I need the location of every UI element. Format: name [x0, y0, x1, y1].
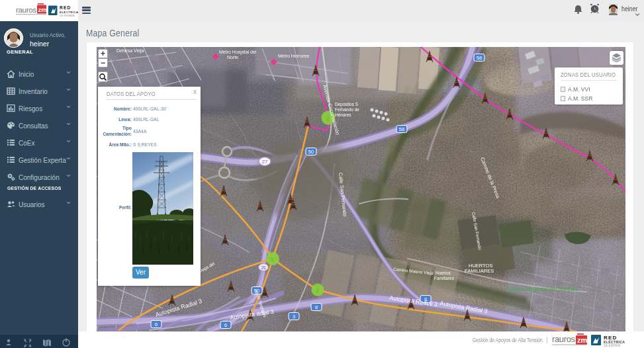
- svg-text:FAMILIARES: FAMILIARES: [465, 268, 494, 274]
- svg-text:5: 5: [271, 256, 274, 263]
- svg-text:58: 58: [399, 126, 404, 132]
- svg-text:DE ESPAÑA: DE ESPAÑA: [60, 14, 75, 17]
- svg-text:Familiares: Familiares: [434, 276, 455, 281]
- svg-text:Henares: Henares: [335, 112, 351, 117]
- svg-text:8: 8: [315, 304, 318, 310]
- svg-text:3: 3: [293, 314, 295, 320]
- svg-text:Dehesa Vieja: Dehesa Vieja: [116, 48, 144, 54]
- svg-text:Metro Hospital del: Metro Hospital del: [219, 50, 257, 55]
- svg-text:Fernando de: Fernando de: [335, 107, 359, 112]
- svg-text:50: 50: [308, 149, 314, 155]
- svg-text:Huertos: Huertos: [436, 271, 451, 275]
- svg-text:6: 6: [155, 322, 158, 327]
- svg-text:rauros: rauros: [552, 334, 576, 344]
- svg-text:zm: zm: [577, 336, 588, 344]
- svg-text:ELÉCTRICA: ELÉCTRICA: [604, 339, 625, 344]
- svg-text:3: 3: [316, 287, 319, 294]
- svg-text:2: 2: [326, 115, 330, 122]
- svg-text:RED: RED: [60, 5, 71, 10]
- svg-text:Parque Regional del Sureste: Parque Regional del Sureste: [506, 286, 578, 292]
- svg-text:DE ESPAÑA: DE ESPAÑA: [604, 343, 620, 347]
- svg-text:rauros: rauros: [16, 6, 36, 14]
- svg-text:6: 6: [224, 322, 227, 328]
- svg-text:Depósitos S: Depósitos S: [335, 102, 359, 107]
- svg-text:58: 58: [477, 55, 482, 61]
- svg-text:Norte: Norte: [227, 55, 238, 60]
- svg-text:ELÉCTRICA: ELÉCTRICA: [60, 11, 78, 14]
- svg-text:26: 26: [261, 265, 266, 270]
- svg-text:27: 27: [262, 159, 268, 165]
- svg-text:zm: zm: [38, 6, 47, 13]
- svg-text:Metro Herrores: Metro Herrores: [278, 54, 310, 58]
